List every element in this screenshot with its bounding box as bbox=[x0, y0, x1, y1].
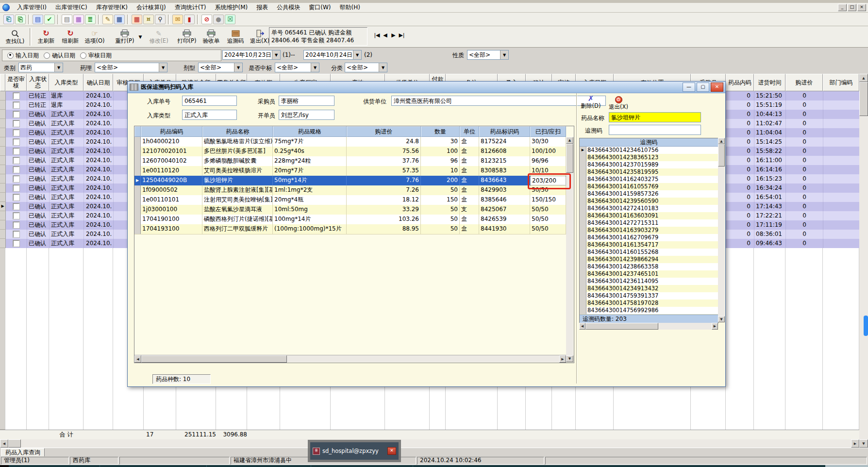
audit-checkbox[interactable] bbox=[13, 176, 19, 182]
column-header[interactable]: 药品编码 bbox=[141, 126, 202, 137]
row-selector[interactable] bbox=[580, 183, 586, 190]
row-selector[interactable] bbox=[580, 249, 586, 256]
column-header[interactable]: 确认日期 bbox=[83, 74, 113, 91]
scroll-up-icon[interactable]: ▲ bbox=[566, 137, 573, 144]
dialog-table-horizontal-scrollbar[interactable]: ◀▶ bbox=[134, 355, 566, 362]
options-button[interactable]: ☞ 选项(O) bbox=[83, 27, 107, 47]
find-button[interactable]: 查找(L) bbox=[3, 27, 27, 47]
trace-code-row[interactable]: 84366430014161354717 bbox=[580, 241, 718, 249]
scroll-right-icon[interactable]: ▶ bbox=[559, 355, 566, 363]
dialog-table-row[interactable]: 1e00110101注射用艾司奥美拉唑钠[集]20mg*4瓶18.12150盒8… bbox=[134, 195, 566, 205]
dialog-table-row[interactable]: 126070040102多烯磷脂酰胆碱胶囊228mg*24粒37.7696盒81… bbox=[134, 156, 566, 167]
row-selector[interactable] bbox=[0, 100, 6, 110]
dialog-table-row[interactable]: 121070020101多巴丝肼片(美多芭)[基]0.25g*40s75.561… bbox=[134, 147, 566, 157]
category-select[interactable]: 西药▼ bbox=[18, 63, 63, 72]
tab-drug-inbound-query[interactable]: 药品入库查询 bbox=[1, 448, 45, 457]
trace-code-row[interactable]: 84366430014759391337 bbox=[580, 292, 718, 300]
audit-checkbox[interactable] bbox=[13, 102, 19, 108]
acceptance-form-button[interactable]: 验收单 bbox=[199, 27, 223, 47]
panel-exit-button[interactable]: ⏻ 退出(X) bbox=[607, 95, 630, 111]
row-selector[interactable] bbox=[134, 147, 141, 156]
row-selector[interactable] bbox=[580, 300, 586, 307]
column-header[interactable]: 药品内码 bbox=[726, 74, 754, 91]
column-header[interactable]: 入库状态 bbox=[27, 74, 49, 91]
row-selector[interactable] bbox=[0, 110, 6, 119]
column-header[interactable]: 部门编码 bbox=[823, 74, 859, 91]
ledger-icon[interactable]: ▦ bbox=[114, 15, 125, 24]
row-selector[interactable] bbox=[580, 198, 586, 205]
trace-code-row[interactable]: 84366430014235819595 bbox=[580, 168, 718, 176]
menu-item[interactable]: 帮助(H) bbox=[335, 2, 364, 13]
dialog-table-row[interactable]: ▶12504049020B氯沙坦钾片50mg*14片7.76200盒843664… bbox=[134, 176, 566, 186]
trace-code-row[interactable]: 84366430014237015989 bbox=[580, 161, 718, 169]
audit-date-radio[interactable] bbox=[80, 52, 86, 59]
trace-list-vertical-scrollbar[interactable]: ▲ ▼ bbox=[718, 138, 725, 322]
column-header[interactable]: 进货时间 bbox=[754, 74, 785, 91]
class-select[interactable]: <全部>▼ bbox=[345, 63, 387, 72]
audit-checkbox[interactable] bbox=[13, 222, 19, 228]
calendar-icon[interactable]: ▦ bbox=[132, 15, 142, 24]
trace-code-row[interactable]: 84366430014238663358 bbox=[580, 263, 718, 271]
audit-checkbox[interactable] bbox=[13, 111, 19, 117]
date-to-select[interactable]: 2024年10月24日▼ bbox=[303, 50, 362, 60]
inbound-type-field[interactable]: 正式入库 bbox=[182, 110, 237, 120]
row-selector[interactable] bbox=[134, 224, 141, 234]
scrollbar-thumb[interactable] bbox=[566, 144, 573, 173]
column-header[interactable]: 药品规格 bbox=[273, 126, 347, 137]
menu-item[interactable]: 会计核算(J) bbox=[132, 2, 170, 13]
nature-select[interactable]: <全部>▼ bbox=[467, 50, 509, 60]
row-selector[interactable] bbox=[580, 278, 586, 285]
audit-checkbox[interactable] bbox=[13, 194, 19, 200]
row-selector[interactable] bbox=[0, 119, 6, 128]
trace-code-row[interactable]: 84366430014236114095 bbox=[580, 278, 718, 285]
audit-checkbox[interactable] bbox=[13, 130, 19, 136]
trace-code-row[interactable]: 84366430014272410183 bbox=[580, 205, 718, 213]
scrollbar-thumb[interactable] bbox=[141, 355, 287, 363]
trace-code-row[interactable]: 84366430014159857326 bbox=[580, 190, 718, 198]
reprint-dropdown-arrow[interactable]: ▼ bbox=[137, 27, 144, 47]
menu-item[interactable]: 报表 bbox=[252, 2, 272, 13]
input-date-radio[interactable] bbox=[7, 52, 14, 59]
row-selector[interactable] bbox=[0, 211, 6, 220]
row-selector[interactable] bbox=[580, 154, 586, 161]
drug-name-field[interactable]: 氯沙坦钾片 bbox=[609, 112, 701, 122]
row-selector[interactable] bbox=[580, 212, 586, 219]
date-from-select[interactable]: 2024年10月23日▼ bbox=[222, 50, 281, 60]
row-selector[interactable] bbox=[580, 219, 586, 227]
column-header[interactable]: 药品标识码 bbox=[479, 126, 530, 137]
row-selector[interactable] bbox=[134, 137, 141, 147]
audit-checkbox[interactable] bbox=[13, 203, 19, 210]
row-selector[interactable] bbox=[580, 292, 586, 300]
dialog-table-vertical-scrollbar[interactable]: ▲▼ bbox=[566, 137, 573, 362]
row-selector[interactable] bbox=[580, 161, 586, 168]
row-selector[interactable] bbox=[580, 234, 586, 241]
row-selector[interactable] bbox=[580, 307, 586, 314]
row-selector[interactable] bbox=[580, 285, 586, 292]
floating-session-window[interactable]: ※ sd_hospital@zpxzyy ✕ bbox=[308, 440, 401, 462]
menu-item[interactable]: 出库管理(C) bbox=[51, 2, 92, 13]
trace-input-field[interactable] bbox=[609, 125, 701, 135]
menu-item[interactable]: 窗口(W) bbox=[304, 2, 335, 13]
scroll-down-icon[interactable]: ▼ bbox=[566, 355, 573, 362]
row-selector[interactable] bbox=[0, 183, 6, 193]
column-header[interactable]: 入库类型 bbox=[49, 74, 83, 91]
audit-checkbox[interactable] bbox=[13, 240, 19, 247]
window-close-button[interactable]: × bbox=[857, 4, 866, 11]
trace-code-row[interactable]: 84366430014234913432 bbox=[580, 285, 718, 293]
row-selector[interactable]: ▶ bbox=[0, 202, 6, 211]
menu-item[interactable]: 公共模块 bbox=[272, 2, 304, 13]
row-selector[interactable] bbox=[580, 205, 586, 212]
detail-refresh-button[interactable]: ↻ 细刷新 bbox=[58, 27, 83, 47]
dialog-table-row[interactable]: 1704190100磷酸西格列汀片(捷诺维)[基100mg*14片103.265… bbox=[134, 215, 566, 225]
sphere-icon[interactable]: ● bbox=[213, 15, 224, 24]
row-selector[interactable] bbox=[0, 128, 6, 137]
trace-code-row[interactable]: 84366430014162709679 bbox=[580, 234, 718, 242]
row-selector[interactable] bbox=[580, 241, 586, 249]
scroll-left-icon[interactable]: ◀ bbox=[0, 439, 8, 448]
dialog-close-button[interactable]: ✕ bbox=[711, 83, 723, 92]
audit-checkbox[interactable] bbox=[13, 139, 19, 145]
next-record-button[interactable]: ▶ bbox=[389, 32, 398, 38]
trace-code-row[interactable]: 84366430014756992986 bbox=[580, 307, 718, 315]
table-vertical-scrollbar[interactable]: ▲ ▼ bbox=[859, 74, 868, 448]
audit-checkbox[interactable] bbox=[13, 157, 19, 164]
